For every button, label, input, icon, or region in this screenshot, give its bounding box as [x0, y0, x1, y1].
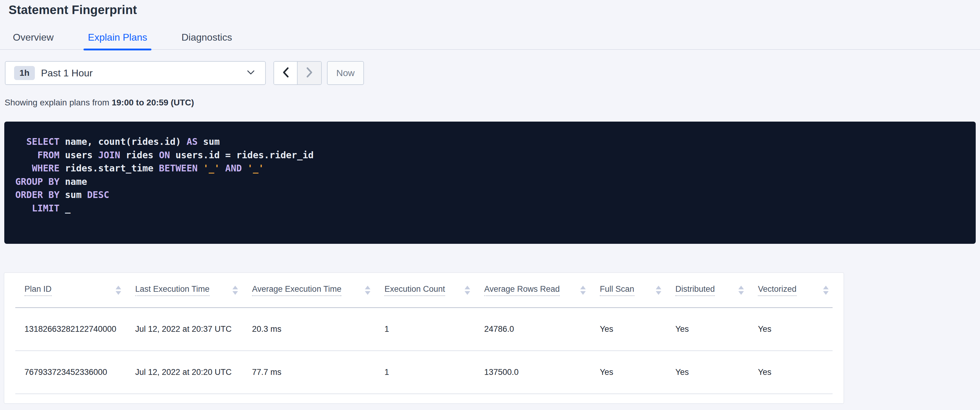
sort-desc-icon: [656, 291, 661, 295]
table-row[interactable]: 13182663282122740000Jul 12, 2022 at 20:3…: [4, 308, 843, 350]
previous-interval-button[interactable]: [274, 62, 297, 84]
table-row[interactable]: 767933723452336000Jul 12, 2022 at 20:20 …: [4, 351, 843, 394]
row-divider: [15, 394, 832, 394]
sort-icon: [116, 286, 121, 295]
sql-code-line: SELECT name, count(rides.id) AS sum: [15, 135, 965, 149]
cell-vectorized: Yes: [758, 367, 843, 377]
sql-code-line: GROUP BY name: [15, 175, 965, 188]
cell-full-scan: Yes: [600, 367, 675, 377]
sort-icon: [465, 286, 470, 295]
cell-average-rows-read: 24786.0: [484, 325, 600, 334]
column-header-distributed[interactable]: Distributed: [675, 285, 758, 296]
cell-average-rows-read: 137500.0: [484, 367, 600, 377]
cell-last-execution-time: Jul 12, 2022 at 20:20 UTC: [135, 367, 252, 377]
cell-last-execution-time: Jul 12, 2022 at 20:37 UTC: [135, 325, 252, 334]
time-range-label: Past 1 Hour: [41, 68, 93, 79]
cell-full-scan: Yes: [600, 325, 675, 334]
summary-prefix: Showing explain plans from: [5, 98, 111, 107]
sort-desc-icon: [465, 291, 470, 295]
sort-desc-icon: [232, 291, 238, 295]
column-header-execution-count[interactable]: Execution Count: [385, 285, 484, 296]
sort-icon: [823, 286, 829, 295]
table-header-row: Plan IDLast Execution TimeAverage Execut…: [4, 273, 843, 307]
column-header-average-rows-read[interactable]: Average Rows Read: [484, 285, 600, 296]
chevron-down-icon: [247, 70, 255, 76]
column-header-label: Average Execution Time: [252, 285, 341, 296]
sql-code-line: WHERE rides.start_time BETWEEN '_' AND '…: [15, 161, 965, 175]
sort-desc-icon: [116, 291, 121, 295]
column-header-label: Vectorized: [758, 285, 797, 296]
tabs-bar: OverviewExplain PlansDiagnostics: [0, 27, 980, 50]
column-header-label: Execution Count: [385, 285, 445, 296]
column-header-full-scan[interactable]: Full Scan: [600, 285, 675, 296]
time-controls: 1h Past 1 Hour Now: [5, 61, 364, 85]
cell-distributed: Yes: [675, 325, 758, 334]
cell-vectorized: Yes: [758, 325, 843, 334]
time-step-buttons: [274, 61, 322, 85]
cell-execution-count: 1: [385, 367, 484, 377]
sort-asc-icon: [232, 286, 238, 289]
sort-asc-icon: [656, 286, 661, 289]
column-header-label: Last Execution Time: [135, 285, 210, 296]
column-header-label: Plan ID: [24, 285, 52, 296]
tab-explain-plans[interactable]: Explain Plans: [83, 27, 151, 49]
sort-icon: [232, 286, 238, 295]
column-header-last-execution-time[interactable]: Last Execution Time: [135, 285, 252, 296]
column-header-label: Distributed: [675, 285, 715, 296]
sort-icon: [656, 286, 661, 295]
page-title: Statement Fingerprint: [9, 2, 137, 17]
cell-plan-id: 13182663282122740000: [24, 325, 135, 334]
next-interval-button[interactable]: [297, 62, 321, 84]
sort-desc-icon: [823, 291, 829, 295]
explain-plans-table-card: Plan IDLast Execution TimeAverage Execut…: [4, 273, 843, 403]
tab-overview[interactable]: Overview: [9, 27, 58, 49]
time-range-badge: 1h: [14, 66, 35, 80]
time-range-summary: Showing explain plans from 19:00 to 20:5…: [5, 97, 194, 108]
tab-diagnostics[interactable]: Diagnostics: [177, 27, 236, 49]
sort-asc-icon: [580, 286, 586, 289]
sort-desc-icon: [365, 291, 371, 295]
column-header-vectorized[interactable]: Vectorized: [758, 285, 843, 296]
sort-asc-icon: [365, 286, 371, 289]
sort-desc-icon: [580, 291, 586, 295]
sort-icon: [365, 286, 371, 295]
sort-asc-icon: [823, 286, 829, 289]
time-range-dropdown[interactable]: 1h Past 1 Hour: [5, 61, 266, 85]
column-header-plan-id[interactable]: Plan ID: [24, 285, 135, 296]
chevron-left-icon: [282, 67, 290, 79]
sql-code-line: LIMIT _: [15, 202, 965, 215]
now-button-label: Now: [336, 68, 355, 78]
column-header-label: Average Rows Read: [484, 285, 560, 296]
cell-average-execution-time: 20.3 ms: [252, 325, 385, 334]
cell-average-execution-time: 77.7 ms: [252, 367, 385, 377]
sort-desc-icon: [738, 291, 744, 295]
sort-icon: [738, 286, 744, 295]
sql-code-line: FROM users JOIN rides ON users.id = ride…: [15, 149, 965, 162]
now-button[interactable]: Now: [327, 61, 364, 85]
summary-range: 19:00 to 20:59 (UTC): [111, 98, 194, 107]
table-body: 13182663282122740000Jul 12, 2022 at 20:3…: [4, 308, 843, 394]
statement-fingerprint-page: Statement Fingerprint OverviewExplain Pl…: [0, 0, 980, 410]
sql-code-line: ORDER BY sum DESC: [15, 188, 965, 202]
sort-asc-icon: [116, 286, 121, 289]
sort-icon: [580, 286, 586, 295]
column-header-label: Full Scan: [600, 285, 634, 296]
chevron-right-icon: [306, 67, 313, 79]
cell-distributed: Yes: [675, 367, 758, 377]
cell-plan-id: 767933723452336000: [24, 367, 135, 377]
sort-asc-icon: [738, 286, 744, 289]
column-header-average-execution-time[interactable]: Average Execution Time: [252, 285, 385, 296]
cell-execution-count: 1: [385, 325, 484, 334]
sort-asc-icon: [465, 286, 470, 289]
sql-statement-box: SELECT name, count(rides.id) AS sum FROM…: [4, 122, 976, 244]
